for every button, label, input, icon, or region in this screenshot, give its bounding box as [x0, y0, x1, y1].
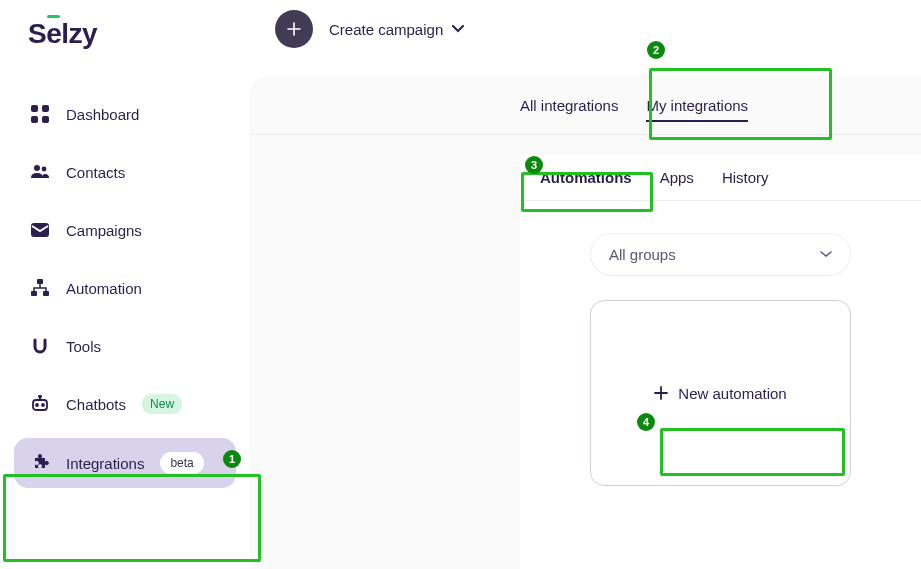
- svg-rect-8: [31, 291, 37, 296]
- svg-rect-10: [33, 400, 47, 410]
- sidebar-item-label: Contacts: [66, 164, 125, 181]
- beta-badge: beta: [160, 452, 203, 474]
- sidebar-item-label: Dashboard: [66, 106, 139, 123]
- group-filter-select[interactable]: All groups: [590, 233, 851, 276]
- sidebar-item-dashboard[interactable]: Dashboard: [14, 90, 236, 138]
- sidebar-item-label: Tools: [66, 338, 101, 355]
- tab-history[interactable]: History: [722, 169, 769, 200]
- create-label-text: Create campaign: [329, 21, 443, 38]
- plus-icon: [287, 22, 301, 36]
- people-icon: [30, 162, 50, 182]
- select-label: All groups: [609, 246, 676, 263]
- tab-my-integrations[interactable]: My integrations: [646, 97, 748, 122]
- tab-apps[interactable]: Apps: [660, 169, 694, 200]
- svg-rect-2: [31, 116, 38, 123]
- callout-badge-1: 1: [223, 450, 241, 468]
- primary-tabs: All integrations My integrations: [250, 75, 921, 135]
- svg-point-12: [39, 396, 41, 398]
- svg-point-13: [36, 404, 38, 406]
- svg-point-5: [42, 167, 47, 172]
- sidebar-item-contacts[interactable]: Contacts: [14, 148, 236, 196]
- sidebar-item-label: Campaigns: [66, 222, 142, 239]
- new-badge: New: [142, 394, 182, 414]
- sidebar-item-integrations[interactable]: Integrations beta: [14, 438, 236, 488]
- svg-rect-1: [42, 105, 49, 112]
- tab-all-integrations[interactable]: All integrations: [520, 97, 618, 122]
- app-logo[interactable]: Selzy: [0, 0, 250, 60]
- plus-icon: [654, 386, 668, 400]
- sidebar-item-campaigns[interactable]: Campaigns: [14, 206, 236, 254]
- svg-point-4: [34, 165, 40, 171]
- sidebar-item-tools[interactable]: Tools: [14, 322, 236, 370]
- magnet-icon: [30, 336, 50, 356]
- svg-rect-0: [31, 105, 38, 112]
- puzzle-icon: [30, 453, 50, 473]
- envelope-icon: [30, 220, 50, 240]
- chevron-down-icon: [451, 25, 465, 33]
- svg-rect-7: [37, 279, 43, 284]
- callout-badge-4: 4: [637, 413, 655, 431]
- sidebar-item-label: Automation: [66, 280, 142, 297]
- sidebar-item-label: Integrations: [66, 455, 144, 472]
- create-plus-button[interactable]: [275, 10, 313, 48]
- create-campaign-dropdown[interactable]: Create campaign: [329, 21, 465, 38]
- svg-rect-9: [43, 291, 49, 296]
- svg-rect-3: [42, 116, 49, 123]
- callout-badge-2: 2: [647, 41, 665, 59]
- card-label: New automation: [678, 385, 786, 402]
- robot-icon: [30, 394, 50, 414]
- sidebar-item-chatbots[interactable]: Chatbots New: [14, 380, 236, 428]
- chevron-down-icon: [820, 251, 832, 258]
- svg-point-14: [42, 404, 44, 406]
- new-automation-card[interactable]: New automation: [590, 300, 851, 486]
- sidebar-item-label: Chatbots: [66, 396, 126, 413]
- dashboard-icon: [30, 104, 50, 124]
- callout-badge-3: 3: [525, 156, 543, 174]
- sidebar-item-automation[interactable]: Automation: [14, 264, 236, 312]
- sitemap-icon: [30, 278, 50, 298]
- tab-automations[interactable]: Automations: [540, 169, 632, 200]
- sub-tabs: Automations Apps History: [520, 155, 921, 201]
